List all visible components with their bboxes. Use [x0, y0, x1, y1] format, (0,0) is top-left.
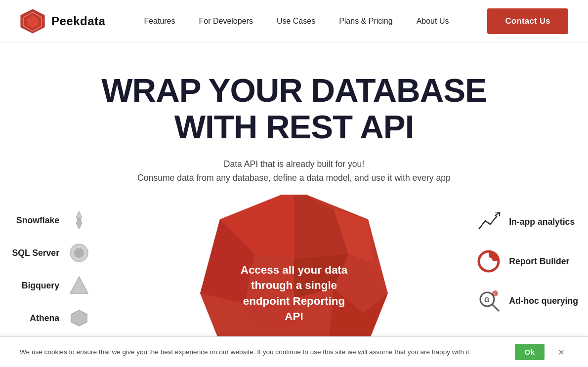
logo-icon	[20, 8, 45, 34]
hero-section: WRAP YOUR DATABASE WITH REST API Data AP…	[0, 42, 588, 185]
athena-icon	[68, 307, 90, 329]
svg-point-6	[74, 248, 84, 258]
adhoc-icon: G ↑	[476, 288, 501, 313]
cookie-close-button[interactable]: ×	[554, 344, 568, 360]
nav-pricing[interactable]: Plans & Pricing	[339, 17, 393, 26]
sqlserver-icon	[68, 242, 90, 264]
right-items: In-app analytics Report Builder G	[476, 209, 588, 313]
bigquery-icon	[68, 275, 90, 296]
nav-developers[interactable]: For Developers	[199, 17, 253, 26]
feature-item-adhoc: G ↑ Ad-hoc querying	[476, 288, 578, 313]
nav-about[interactable]: About Us	[417, 17, 449, 26]
db-label-athena: Athena	[10, 313, 59, 324]
feature-label-adhoc: Ad-hoc querying	[509, 296, 578, 306]
hero-headline: WRAP YOUR DATABASE WITH REST API	[72, 72, 516, 145]
snowflake-icon	[68, 209, 90, 231]
db-item-sqlserver: SQL Server	[10, 242, 90, 264]
db-item-snowflake: Snowflake	[10, 209, 90, 231]
logo-text: Peekdata	[51, 14, 105, 28]
svg-text:G: G	[484, 296, 490, 304]
nav-features[interactable]: Features	[144, 17, 175, 26]
svg-line-27	[492, 304, 499, 311]
feature-item-analytics: In-app analytics	[476, 209, 575, 234]
svg-text:↑: ↑	[494, 291, 496, 296]
hero-subtext2: Consume data from any database, define a…	[121, 171, 467, 185]
cookie-banner: We use cookies to ensure that we give yo…	[0, 336, 588, 367]
db-label-snowflake: Snowflake	[10, 215, 59, 226]
navbar: Peekdata Features For Developers Use Cas…	[0, 0, 588, 42]
feature-label-analytics: In-app analytics	[509, 217, 575, 227]
db-label-sqlserver: SQL Server	[10, 248, 59, 258]
db-item-bigquery: Bigquery	[10, 275, 90, 296]
feature-item-report: Report Builder	[476, 249, 569, 274]
report-icon	[476, 249, 501, 274]
hero-subtext1: Data API that is already built for you!	[121, 157, 467, 171]
svg-marker-7	[70, 277, 88, 293]
feature-label-report: Report Builder	[509, 256, 569, 267]
logo-link[interactable]: Peekdata	[20, 8, 105, 34]
cookie-text: We use cookies to ensure that we give yo…	[20, 348, 505, 356]
contact-button[interactable]: Contact Us	[487, 8, 568, 34]
analytics-icon	[476, 209, 501, 234]
svg-point-25	[485, 257, 493, 265]
db-label-bigquery: Bigquery	[10, 281, 59, 291]
nav-links: Features For Developers Use Cases Plans …	[144, 17, 449, 26]
cookie-ok-button[interactable]: Ok	[515, 344, 545, 360]
nav-use-cases[interactable]: Use Cases	[277, 17, 315, 26]
db-item-athena: Athena	[10, 307, 90, 329]
svg-marker-8	[71, 310, 87, 326]
